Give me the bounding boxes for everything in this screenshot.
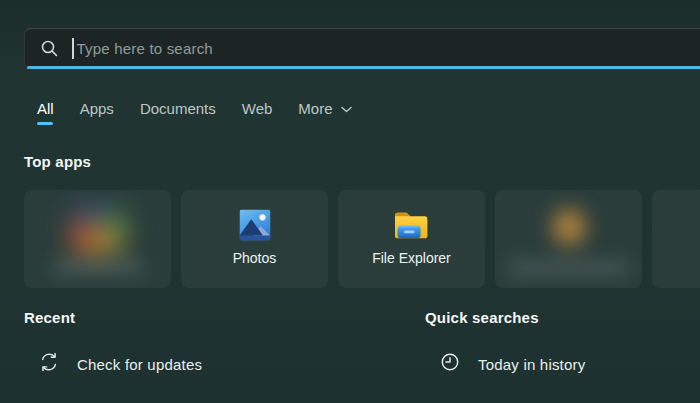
quick-searches-section: Quick searches Today in history [425,309,585,377]
tab-all[interactable]: All [37,100,54,125]
photos-icon [239,206,271,244]
recent-item-check-for-updates[interactable]: Check for updates [24,351,202,377]
search-accent-underline [27,66,700,69]
app-tile-label: Photos [233,250,277,266]
quick-search-item-today-in-history[interactable]: Today in history [425,351,585,377]
blurred-app-icon [544,200,594,254]
search-input[interactable]: Type here to search [24,28,700,69]
tab-more-label: More [298,100,332,117]
search-icon [40,39,59,58]
top-apps-tile-row: Photos File Explorer [24,190,700,288]
list-item-label: Today in history [478,356,585,373]
app-tile-file-explorer[interactable]: File Explorer [338,190,485,288]
recent-heading: Recent [24,309,202,326]
top-apps-heading: Top apps [24,153,91,170]
app-tile-partial[interactable] [652,190,700,288]
clock-icon [439,351,461,377]
recent-section: Recent Check for updates [24,309,202,377]
chevron-down-icon [341,104,352,113]
tab-more[interactable]: More [298,100,351,125]
quick-searches-heading: Quick searches [425,309,585,326]
app-tile-label: File Explorer [372,250,451,266]
blurred-app-icon [60,198,136,264]
blurred-app-label [507,259,630,277]
file-explorer-icon [393,206,430,244]
search-placeholder-text: Type here to search [77,40,213,57]
tab-web[interactable]: Web [242,100,273,125]
search-filter-tabs: All Apps Documents Web More [37,100,352,125]
text-caret [72,38,74,59]
tab-documents[interactable]: Documents [140,100,216,125]
blurred-app-label [52,259,144,275]
refresh-icon [38,351,60,377]
tab-apps[interactable]: Apps [80,100,114,125]
list-item-label: Check for updates [77,356,202,373]
app-tile-blurred-1[interactable] [24,190,171,288]
app-tile-photos[interactable]: Photos [181,190,328,288]
app-tile-blurred-2[interactable] [495,190,642,288]
